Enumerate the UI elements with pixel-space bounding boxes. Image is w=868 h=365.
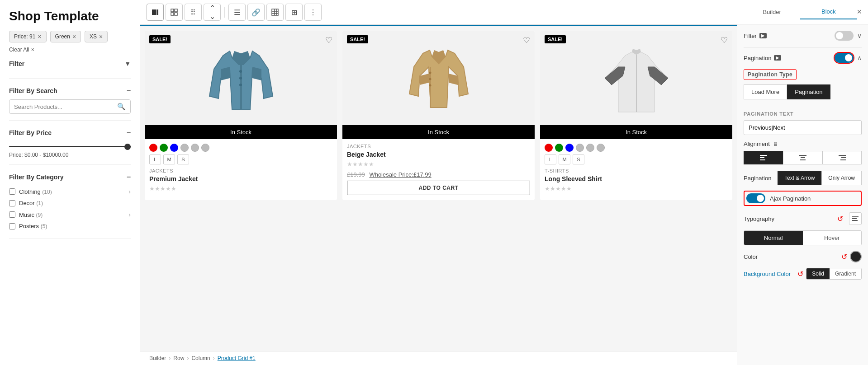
color-dot-green-1[interactable] [160,144,168,152]
tab-block[interactable]: Block [800,5,857,19]
category-decor[interactable]: Decor (1) [9,197,131,209]
load-more-btn[interactable]: Load More [744,84,787,99]
search-input[interactable] [14,103,114,110]
pagination-chevron-btn[interactable]: ∧ [857,54,862,61]
hover-tab[interactable]: Hover [803,231,862,245]
clear-all-link[interactable]: Clear All × [9,47,34,53]
pagination-btn-active[interactable]: Pagination [787,84,830,99]
color-reset-btn[interactable]: ↺ [841,253,847,261]
ajax-toggle-slider [746,193,765,203]
breadcrumb-row[interactable]: Row [173,355,184,361]
size-l-3[interactable]: L [545,154,556,164]
product-image-3 [600,42,673,128]
price-range-slider[interactable] [9,146,131,147]
size-s-1[interactable]: S [177,154,189,164]
pagination-text-input[interactable] [744,120,862,135]
toolbar-link-btn[interactable]: 🔗 [247,4,265,21]
add-to-cart-btn-2[interactable]: ADD TO CART [347,181,530,195]
filter-chevron-btn[interactable]: ∨ [857,32,862,39]
category-clothing[interactable]: Clothing (10) › [9,186,131,197]
product-info-3: L M S T-SHIRTS Long Sleeved Shirt ★★★★★ [540,139,732,200]
checkbox-posters[interactable] [9,223,15,229]
toolbar-separator-1 [224,7,225,18]
checkbox-decor[interactable] [9,200,15,206]
color-dot-blue-1[interactable] [170,144,178,152]
color-dot-gray1-3[interactable] [576,144,584,152]
color-dot-red-3[interactable] [545,144,553,152]
filter-toggle[interactable] [835,31,854,41]
filter-tags: Price: 91 × Green × XS × [9,31,131,42]
color-dot-red-1[interactable] [149,144,157,152]
typography-settings-btn[interactable] [849,212,862,225]
solid-btn[interactable]: Solid [806,268,830,279]
products-area: SALE! ♡ In Stock [140,26,737,351]
toolbar-more-btn[interactable]: ⋮ [304,4,322,21]
color-dot-green-3[interactable] [555,144,563,152]
svg-rect-23 [760,159,765,160]
ajax-pagination-toggle[interactable] [746,193,765,203]
arrow-music: › [128,211,131,218]
bg-color-reset-btn[interactable]: ↺ [797,270,803,278]
bg-color-label: Background Color [744,271,795,277]
color-dot-gray2-1[interactable] [191,144,199,152]
color-picker[interactable] [850,251,862,262]
text-arrow-btn[interactable]: Text & Arrow [778,171,821,185]
filter-tag-green[interactable]: Green × [50,31,81,42]
category-posters[interactable]: Posters (5) [9,220,131,232]
size-m-3[interactable]: M [559,154,570,164]
gradient-btn[interactable]: Gradient [830,268,861,279]
size-m-1[interactable]: M [163,154,175,164]
color-dot-blue-3[interactable] [565,144,574,152]
size-s-3[interactable]: S [573,154,584,164]
svg-rect-21 [760,155,767,156]
svg-rect-1 [154,9,156,15]
search-icon[interactable]: 🔍 [117,103,126,111]
breadcrumb-builder[interactable]: Builder [149,355,166,361]
remove-green-filter[interactable]: × [72,33,76,40]
collapse-search-icon[interactable]: − [127,87,131,95]
tab-builder[interactable]: Builder [744,5,800,19]
toolbar-gallery-btn[interactable]: ⊞ [285,4,303,21]
align-left-btn[interactable] [744,151,783,164]
normal-tab[interactable]: Normal [744,231,803,245]
filter-video-icon: ▶ [759,33,767,38]
align-right-btn[interactable] [822,151,862,164]
right-panel: Builder Block × Filter ▶ ∨ [737,0,868,365]
only-arrow-btn[interactable]: Only Arrow [821,171,862,185]
pagination-toggle[interactable] [835,53,854,63]
toolbar-chevron-btn[interactable]: ⌃⌄ [204,4,221,21]
toolbar-table-btn[interactable] [266,4,284,21]
toolbar-grid-btn[interactable] [166,4,183,21]
checkbox-clothing[interactable] [9,188,15,195]
toolbar-menu-btn[interactable]: ☰ [228,4,246,21]
remove-price-filter[interactable]: × [38,33,41,40]
wishlist-btn-1[interactable]: ♡ [325,35,332,45]
align-center-btn[interactable] [783,151,822,164]
checkbox-music[interactable] [9,211,15,218]
collapse-category-icon[interactable]: − [127,173,131,181]
color-dot-gray1-1[interactable] [180,144,189,152]
sale-badge-1: SALE! [149,35,171,43]
pagination-type-group: Load More Pagination [744,84,830,99]
collapse-price-icon[interactable]: − [127,129,131,137]
typography-row: Typography ↺ [744,212,862,225]
remove-xs-filter[interactable]: × [99,33,103,40]
table-icon [271,8,279,16]
typography-reset-btn[interactable]: ↺ [834,212,846,225]
toolbar-bars-btn[interactable] [147,4,164,21]
color-dot-gray3-1[interactable] [201,144,209,152]
panel-close-btn[interactable]: × [857,7,862,17]
svg-rect-26 [800,159,806,160]
wishlist-btn-2[interactable]: ♡ [523,35,530,45]
filter-tag-xs[interactable]: XS × [85,31,108,42]
filter-tag-price[interactable]: Price: 91 × [9,31,47,42]
grid-icon [170,8,178,16]
breadcrumb-column[interactable]: Column [191,355,210,361]
wishlist-btn-3[interactable]: ♡ [721,35,728,45]
size-l-1[interactable]: L [149,154,161,164]
category-music[interactable]: Music (9) › [9,209,131,220]
color-dot-gray2-3[interactable] [586,144,594,152]
breadcrumb-product-grid[interactable]: Product Grid #1 [218,355,256,361]
toolbar-dots-btn[interactable]: ⠿ [185,4,202,21]
color-dot-gray3-3[interactable] [597,144,605,152]
